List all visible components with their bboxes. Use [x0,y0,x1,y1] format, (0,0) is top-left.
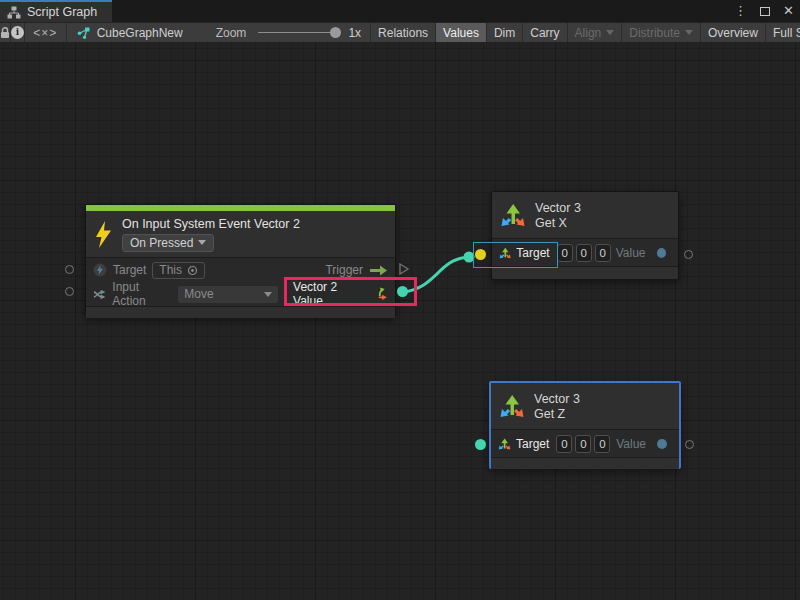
game-object-icon [93,263,107,277]
getz-value-label: Value [616,437,646,451]
lightning-bolt-icon [94,221,113,248]
info-icon: i [11,26,24,39]
getz-op-label: Get Z [534,407,580,421]
connection-wire [0,42,800,600]
getz-target-row: Target 0 0 0 Value [491,429,679,457]
tab-script-graph[interactable]: Script Graph [0,0,112,22]
event-input-action-row: Input Action Move Vector 2 Value [86,282,395,306]
input-action-dropdown[interactable]: Move [178,286,278,303]
chevron-down-icon [198,240,206,245]
event-node-title: On Input System Event Vector 2 [122,217,300,231]
event-input-action-input-port[interactable] [65,287,74,296]
toolbar-button-distribute[interactable]: Distribute [622,23,701,42]
getx-value-port[interactable] [657,248,666,258]
chevron-down-icon [606,30,614,35]
window-menu-icon[interactable]: ⋮ [734,0,747,22]
getx-value-label: Value [616,246,646,260]
getz-input-y[interactable]: 0 [575,435,591,453]
toolbar-button-align[interactable]: Align [568,23,623,42]
lock-button[interactable] [0,23,11,42]
getz-value-output-port[interactable] [685,440,694,449]
getx-target-label: Target [516,246,549,260]
vector3-icon [499,394,525,418]
input-action-icon [93,288,106,301]
graph-toolbar: i <×> CubeGraphNew Zoom 1x Relations Val… [0,22,800,42]
target-value-chip[interactable]: This [152,262,205,279]
vector2-value-output-port[interactable] [397,286,408,297]
vector3-mini-icon [499,247,511,259]
getz-value-port[interactable] [657,439,667,449]
node-vector3-get-z[interactable]: Vector 3 Get Z Target 0 0 0 Value [489,381,681,469]
event-node-header: On Input System Event Vector 2 On Presse… [86,211,395,257]
getx-type-label: Vector 3 [535,201,581,215]
window-tab-bar: Script Graph ⋮ ✕ [0,0,800,22]
zoom-label: Zoom [216,26,247,40]
org-chart-icon [7,6,21,19]
tab-label: Script Graph [27,5,97,19]
toolbar-button-overview[interactable]: Overview [701,23,766,42]
getz-footer [491,457,679,469]
code-icon: <×> [33,26,57,40]
getz-header: Vector 3 Get Z [491,383,679,429]
graph-asset-icon [76,26,91,40]
getx-target-port-connected[interactable] [475,249,486,260]
trigger-arrow-icon [369,265,388,276]
toolbar-button-carry[interactable]: Carry [523,23,567,42]
getx-input-z[interactable]: 0 [595,244,611,262]
close-icon[interactable]: ✕ [783,0,794,22]
zoom-value: 1x [348,26,361,40]
toolbar-button-values[interactable]: Values [436,23,487,42]
getz-type-label: Vector 3 [534,392,580,406]
getx-header: Vector 3 Get X [492,192,678,238]
getx-input-x[interactable]: 0 [557,244,573,262]
node-on-input-system-event[interactable]: On Input System Event Vector 2 On Presse… [85,204,396,317]
input-action-port-label: Input Action [112,280,172,308]
getz-input-z[interactable]: 0 [594,435,610,453]
vector2-output-label: Vector 2 Value [293,280,367,308]
getz-input-x[interactable]: 0 [556,435,572,453]
chevron-down-icon [264,292,272,297]
graph-name-group[interactable]: CubeGraphNew [67,23,192,42]
event-target-input-port[interactable] [65,265,74,274]
vector3-mini-icon [498,438,511,450]
event-target-row: Target This Trigger [86,258,395,282]
getx-value-output-port[interactable] [684,250,693,259]
inspect-button[interactable]: i [11,23,25,42]
toolbar-button-dim[interactable]: Dim [487,23,523,42]
graph-name-label: CubeGraphNew [97,26,183,40]
lock-icon [0,27,10,39]
getz-target-port[interactable] [475,439,486,450]
node-vector3-get-x[interactable]: Vector 3 Get X Target 0 0 0 Value [491,191,679,280]
vector2-icon [373,286,388,302]
getx-input-y[interactable]: 0 [576,244,592,262]
vector3-icon [500,203,526,227]
self-target-icon [187,265,198,276]
zoom-slider[interactable] [258,32,338,33]
getz-target-label: Target [516,437,549,451]
code-preview-button[interactable]: <×> [25,23,67,42]
maximize-icon[interactable] [760,7,770,16]
zoom-control: Zoom 1x [192,23,370,42]
trigger-port-label: Trigger [325,263,363,277]
chevron-down-icon [685,30,693,35]
getx-op-label: Get X [535,216,581,230]
graph-canvas[interactable]: On Input System Event Vector 2 On Presse… [0,42,800,600]
event-type-dropdown[interactable]: On Pressed [122,234,214,252]
toolbar-button-fullscreen[interactable]: Full Scre [766,23,800,42]
getx-target-row: Target 0 0 0 Value [492,238,678,266]
zoom-slider-handle[interactable] [330,27,341,38]
toolbar-button-relations[interactable]: Relations [371,23,436,42]
target-port-label: Target [113,263,146,277]
trigger-output-port[interactable] [398,262,410,276]
getx-footer [492,266,678,279]
